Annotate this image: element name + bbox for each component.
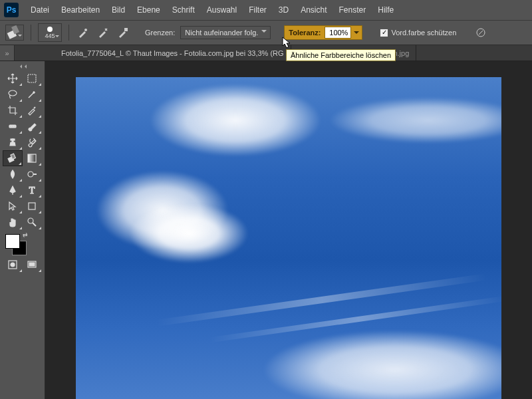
svg-rect-15: [28, 154, 36, 162]
tool-preset-picker[interactable]: [5, 25, 24, 41]
sampling-continuous-button[interactable]: [76, 25, 90, 40]
healing-brush-tool[interactable]: [3, 118, 23, 134]
menu-edit[interactable]: Bearbeiten: [56, 3, 105, 17]
svg-rect-5: [28, 74, 36, 82]
move-tool[interactable]: [3, 70, 23, 86]
background-eraser-icon: [6, 24, 23, 41]
marquee-tool[interactable]: [23, 70, 43, 86]
cloud-graphic: [149, 84, 322, 157]
tolerance-group: Toleranz: 100%: [284, 25, 362, 40]
menu-file[interactable]: Datei: [25, 3, 55, 17]
menu-select[interactable]: Auswahl: [201, 3, 242, 17]
options-bar: 445 Grenzen: Nicht aufeinander folg. Tol…: [0, 20, 532, 45]
pen-tool[interactable]: [3, 182, 23, 198]
sampling-swatch-button[interactable]: [116, 25, 130, 40]
canvas-area: [45, 61, 532, 399]
menu-view[interactable]: Ansicht: [295, 3, 332, 17]
clone-stamp-tool[interactable]: [3, 134, 23, 150]
limits-dropdown[interactable]: Nicht aufeinander folg.: [180, 26, 271, 39]
svg-point-6: [9, 90, 17, 96]
type-tool[interactable]: T: [23, 182, 43, 198]
color-swatches: ⇄: [0, 230, 45, 257]
toolbox: T ⇄: [0, 61, 45, 399]
svg-rect-23: [29, 263, 35, 266]
zoom-tool[interactable]: [23, 214, 43, 230]
history-brush-tool[interactable]: [23, 134, 43, 150]
menu-bar: Ps Datei Bearbeiten Bild Ebene Schrift A…: [0, 0, 532, 20]
sampling-once-button[interactable]: [96, 25, 110, 40]
blur-tool[interactable]: [3, 166, 23, 182]
menu-type[interactable]: Schrift: [167, 3, 200, 17]
svg-point-21: [11, 263, 15, 267]
svg-point-9: [12, 126, 13, 127]
menu-filter[interactable]: Filter: [243, 3, 272, 17]
lasso-tool[interactable]: [3, 86, 23, 102]
screen-mode-tool[interactable]: [23, 257, 43, 273]
swap-colors-icon[interactable]: ⇄: [23, 231, 28, 238]
quick-mask-tool[interactable]: [3, 257, 23, 273]
svg-rect-18: [29, 203, 35, 209]
svg-point-10: [14, 126, 15, 127]
tab-expand-button[interactable]: »: [0, 45, 15, 61]
brush-tool[interactable]: [23, 118, 43, 134]
menu-layer[interactable]: Ebene: [132, 3, 166, 17]
shape-tool[interactable]: [23, 198, 43, 214]
svg-point-8: [10, 126, 11, 127]
protect-foreground-checkbox[interactable]: Vord.farbe schützen: [380, 29, 456, 37]
app-logo: Ps: [4, 3, 19, 17]
foreground-color-swatch[interactable]: [5, 234, 20, 249]
path-selection-tool[interactable]: [3, 198, 23, 214]
document-canvas[interactable]: [76, 77, 501, 399]
dodge-tool[interactable]: [23, 166, 43, 182]
cloud-graphic: [129, 203, 249, 263]
eyedropper-tool[interactable]: [23, 102, 43, 118]
document-tab-active[interactable]: Fotolia_7775064_L © Thaut Images - Fotol…: [55, 45, 291, 61]
menu-3d[interactable]: 3D: [273, 3, 294, 17]
brush-dot-icon: [47, 27, 53, 32]
limits-label: Grenzen:: [145, 29, 175, 37]
workspace: T ⇄: [0, 61, 532, 399]
tolerance-input[interactable]: 100%: [325, 27, 351, 39]
checkbox-icon: [380, 29, 388, 37]
menu-image[interactable]: Bild: [106, 3, 130, 17]
protect-foreground-label: Vord.farbe schützen: [391, 29, 456, 37]
svg-point-2: [84, 29, 87, 31]
tooltip: Ähnliche Farbbereiche löschen: [286, 49, 396, 61]
menu-window[interactable]: Fenster: [334, 3, 372, 17]
gradient-tool[interactable]: [23, 150, 43, 166]
crop-tool[interactable]: [3, 102, 23, 118]
svg-point-19: [28, 218, 33, 223]
svg-rect-3: [124, 28, 128, 31]
toolbox-collapse-button[interactable]: [19, 64, 27, 69]
cloud-streak: [157, 273, 487, 326]
svg-rect-12: [11, 139, 15, 140]
menu-help[interactable]: Hilfe: [372, 3, 399, 17]
tolerance-label: Toleranz:: [285, 29, 325, 37]
brush-preset-picker[interactable]: 445: [38, 23, 62, 42]
cloud-graphic: [329, 97, 501, 144]
document-tab-bar: » Fotolia_7775064_L © Thaut Images - Fot…: [0, 45, 532, 61]
cloud-graphic: [262, 330, 501, 399]
brush-size-value: 445: [45, 33, 55, 39]
svg-point-16: [28, 172, 33, 177]
hand-tool[interactable]: [3, 214, 23, 230]
svg-text:T: T: [29, 186, 35, 196]
eraser-tool[interactable]: [3, 150, 23, 166]
tolerance-dropdown[interactable]: [351, 27, 362, 39]
pressure-size-button[interactable]: [473, 25, 488, 40]
magic-wand-tool[interactable]: [23, 86, 43, 102]
